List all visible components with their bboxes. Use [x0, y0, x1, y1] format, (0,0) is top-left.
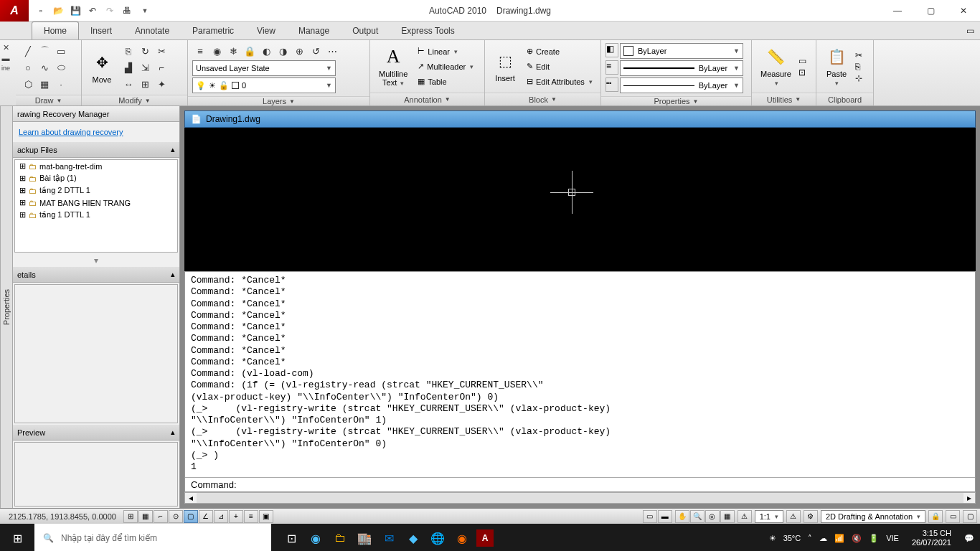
file-item[interactable]: ⊞🗀MAT BANG HIEN TRANG: [15, 197, 177, 209]
workspace-icon[interactable]: ⚙: [804, 510, 818, 523]
recovery-link[interactable]: Learn about drawing recovery: [13, 122, 179, 142]
lock-ui-button[interactable]: 🔒: [928, 510, 943, 523]
annovis-button[interactable]: ⚠: [786, 510, 801, 523]
edge-icon[interactable]: ◉: [306, 528, 326, 548]
line-icon[interactable]: ╱: [20, 43, 36, 59]
panel-annotation-title[interactable]: Annotation▼: [370, 93, 484, 105]
point-icon[interactable]: ·: [53, 76, 69, 92]
table-button[interactable]: ▦Table: [415, 75, 476, 89]
paste-button[interactable]: 📋 Paste▾: [821, 44, 852, 89]
ducs-button[interactable]: ⊿: [214, 510, 228, 523]
color-dropdown[interactable]: ByLayer▼: [620, 43, 743, 59]
drawing-canvas[interactable]: [184, 128, 976, 271]
qselect-icon[interactable]: ⊡: [798, 67, 806, 77]
tab-annotate[interactable]: Annotate: [123, 22, 181, 39]
ortho-button[interactable]: ⌐: [154, 510, 168, 523]
open-icon[interactable]: 📂: [50, 3, 66, 19]
tab-parametric[interactable]: Parametric: [181, 22, 245, 39]
panel-block-title[interactable]: Block▼: [485, 93, 600, 105]
showmotion-button[interactable]: ▦: [720, 510, 735, 523]
taskview-icon[interactable]: ⊡: [281, 528, 301, 548]
app1-icon[interactable]: ◆: [403, 528, 423, 548]
insert-block-button[interactable]: ⬚ Insert: [489, 48, 521, 84]
layer-prev-icon[interactable]: ↺: [308, 43, 324, 59]
weather-icon[interactable]: ☀: [769, 534, 776, 543]
battery-icon[interactable]: 🔋: [869, 534, 879, 543]
edit-block-button[interactable]: ✎Edit: [524, 60, 595, 74]
layer-lock-icon[interactable]: 🔒: [242, 43, 258, 59]
rotate-icon[interactable]: ↻: [137, 43, 153, 59]
select-icon[interactable]: ▭: [798, 56, 806, 66]
mleader-button[interactable]: ↗Multileader▾: [415, 60, 476, 74]
grid-button[interactable]: ▦: [138, 510, 153, 523]
trim-icon[interactable]: ✂: [154, 43, 169, 59]
panel-draw-title[interactable]: Draw▼: [16, 95, 81, 105]
workspace-dropdown[interactable]: 2D Drafting & Annotation▾: [821, 510, 925, 523]
file-item[interactable]: ⊞🗀tầng 1 DTTL 1: [15, 209, 177, 221]
store-icon[interactable]: 🏬: [354, 528, 374, 548]
annoscale-icon[interactable]: ⚠: [738, 510, 752, 523]
measure-button[interactable]: 📏 Measure▾: [756, 44, 796, 89]
chrome-icon[interactable]: 🌐: [428, 528, 448, 548]
lineweight-picker-icon[interactable]: ≡: [606, 60, 618, 75]
linear-dim-button[interactable]: ⊢Linear▾: [415, 44, 476, 59]
linetype-picker-icon[interactable]: ┅: [606, 77, 618, 92]
layer-iso-icon[interactable]: ◐: [258, 43, 274, 59]
panel-utilities-title[interactable]: Utilities▼: [752, 93, 816, 105]
tab-insert[interactable]: Insert: [79, 22, 123, 39]
ellipse-icon[interactable]: ⬭: [53, 60, 69, 75]
file-item[interactable]: ⊞🗀mat-bang-tret-dim: [15, 160, 177, 172]
tab-output[interactable]: Output: [341, 22, 390, 39]
maximize-button[interactable]: ▢: [914, 0, 947, 22]
scroll-right-icon[interactable]: ▸: [963, 493, 975, 503]
close-button[interactable]: ✕: [947, 0, 980, 22]
layer-current-dropdown[interactable]: 💡☀🔓 0▼: [192, 77, 336, 93]
layer-freeze-icon[interactable]: ❄: [225, 43, 241, 59]
command-history[interactable]: Command: *Cancel* Command: *Cancel* Comm…: [185, 272, 975, 477]
stretch-icon[interactable]: ↔: [121, 76, 136, 92]
backup-files-header[interactable]: ackup Files▴: [13, 142, 179, 158]
ribbon-collapse-icon[interactable]: ▭: [961, 26, 980, 36]
polygon-icon[interactable]: ⬡: [20, 76, 36, 92]
arc-icon[interactable]: ⌒: [37, 43, 52, 59]
lwt-button[interactable]: ≡: [244, 510, 258, 523]
copy-icon[interactable]: ⎘: [121, 43, 136, 59]
match-icon[interactable]: ⊹: [855, 73, 862, 83]
tab-view[interactable]: View: [245, 22, 287, 39]
notifications-icon[interactable]: 💬: [964, 534, 974, 543]
layer-state-dropdown[interactable]: Unsaved Layer State▼: [192, 60, 336, 76]
array-icon[interactable]: ⊞: [137, 76, 153, 92]
redo-icon[interactable]: ↷: [102, 3, 118, 19]
language-indicator[interactable]: VIE: [886, 534, 899, 542]
file-item[interactable]: ⊞🗀tầng 2 DTTL 1: [15, 184, 177, 197]
tray-chevron-icon[interactable]: ˄: [808, 534, 812, 543]
preview-header[interactable]: Preview▴: [13, 425, 179, 441]
otrack-button[interactable]: ∠: [199, 510, 213, 523]
tab-home[interactable]: Home: [32, 22, 79, 39]
details-header[interactable]: etails▴: [13, 267, 179, 283]
move-button[interactable]: ✥ Move: [86, 50, 118, 85]
layer-props-icon[interactable]: ≡: [192, 43, 208, 59]
steering-button[interactable]: ◎: [705, 510, 720, 523]
app-menu-icon[interactable]: A: [0, 0, 29, 22]
panel-layers-title[interactable]: Layers▼: [188, 96, 369, 105]
coordinates-display[interactable]: 2125.1785, 1913.8455, 0.0000: [3, 512, 122, 521]
color-picker-icon[interactable]: ◧: [606, 43, 618, 57]
properties-palette-tab[interactable]: Properties: [0, 106, 13, 508]
mail-icon[interactable]: ✉: [379, 528, 399, 548]
document-tab[interactable]: 📄Drawing1.dwg: [184, 110, 976, 128]
cut-icon[interactable]: ✂: [855, 50, 862, 60]
anno-scale-dropdown[interactable]: 1:1▾: [755, 510, 783, 523]
qp-button[interactable]: ▣: [259, 510, 273, 523]
mirror-icon[interactable]: ▟: [121, 60, 136, 75]
explode-icon[interactable]: ✦: [154, 76, 169, 92]
side-pin-icon[interactable]: ▬: [0, 54, 11, 64]
layer-off-icon[interactable]: ◉: [209, 43, 225, 59]
file-item[interactable]: ⊞🗀Bài tập (1): [15, 172, 177, 184]
pan-button[interactable]: ✋: [675, 510, 689, 523]
tab-express[interactable]: Express Tools: [390, 22, 466, 39]
clean-screen-button[interactable]: ▢: [963, 510, 977, 523]
undo-icon[interactable]: ↶: [85, 3, 100, 19]
fillet-icon[interactable]: ⌐: [154, 60, 169, 75]
polar-button[interactable]: ⊙: [169, 510, 183, 523]
